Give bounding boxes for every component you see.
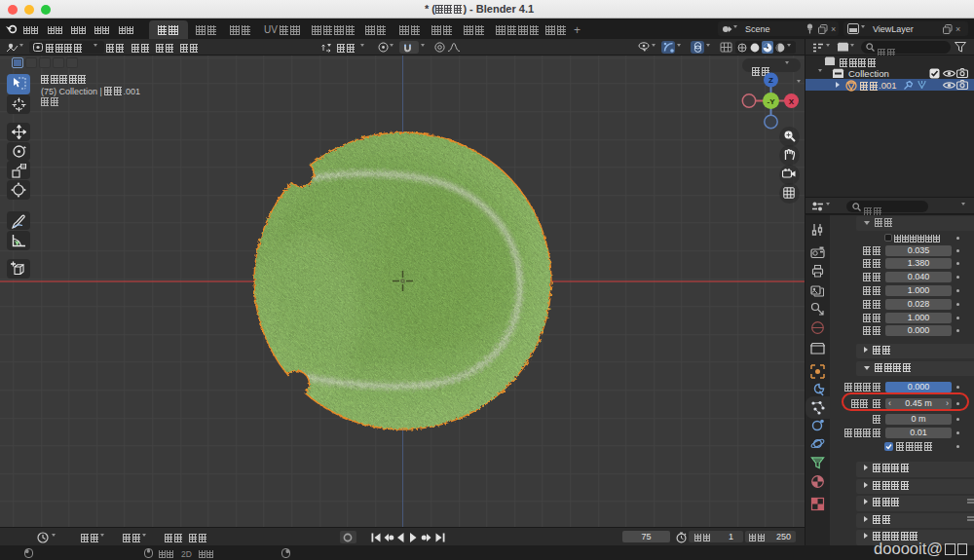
svg-text:Z: Z — [768, 76, 773, 85]
svg-text:-Y: -Y — [768, 96, 776, 105]
svg-text:X: X — [789, 96, 795, 105]
